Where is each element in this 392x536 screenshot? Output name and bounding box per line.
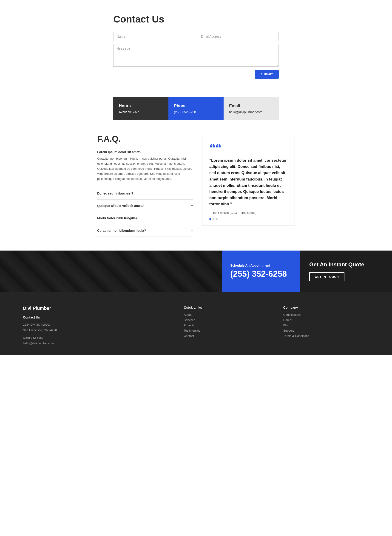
page-title: Contact Us [113, 14, 279, 25]
footer-link-about[interactable]: About [184, 313, 270, 316]
testimonial-text: "Lorem ipsum dolor sit amet, consectetur… [209, 157, 288, 207]
faq-item-3-label: Morbi tortor nibh fringilla? [97, 216, 138, 220]
testimonial-author: – Ran Franklin (CEO – TBC Group) [209, 211, 288, 214]
get-in-touch-button[interactable]: GET IN TOUCH [309, 272, 345, 281]
testimonial-dots [209, 218, 288, 220]
faq-item-2-label: Quisque aliquet velit sit amet? [97, 204, 144, 208]
footer-phone: (255) 352-6258 [23, 335, 170, 340]
cta-image-area [0, 250, 222, 292]
hours-title: Hours [119, 104, 163, 108]
footer-link-blog[interactable]: Blog [283, 323, 369, 327]
footer-brand: Divi Plumber Contact Us 1234 Divi St. #1… [23, 306, 170, 346]
dot-3[interactable] [216, 218, 218, 220]
cta-blue-panel: Schedule An Appointment (255) 352-6258 [222, 250, 300, 292]
cta-quote-title: Get An Instant Quote [309, 261, 383, 268]
phone-value: (255) 352-6258 [174, 110, 218, 114]
footer-link-terms[interactable]: Terms & Conditions [283, 334, 369, 337]
cta-schedule-label: Schedule An Appointment [230, 264, 292, 267]
faq-item-4-toggle: + [191, 228, 193, 233]
phone-card: Phone (255) 352-6258 [168, 97, 224, 120]
faq-title: F.A.Q. [97, 134, 193, 144]
dot-1[interactable] [209, 218, 211, 220]
message-input[interactable] [113, 44, 279, 67]
faq-item-2-toggle: + [191, 203, 193, 208]
footer-brand-name: Divi Plumber [23, 306, 170, 311]
email-input[interactable] [197, 32, 279, 41]
faq-item-4[interactable]: Curabitur non bibendum ligula? + [97, 224, 193, 237]
phone-title: Phone [174, 104, 218, 108]
testimonial-section: ❝❝ "Lorem ipsum dolor sit amet, consecte… [202, 134, 295, 226]
footer-link-projects[interactable]: Projects [184, 323, 270, 327]
footer-contact-title: Contact Us [23, 315, 170, 319]
faq-item-3-toggle: + [191, 216, 193, 221]
faq-first-answer: Curabitur non bibendum ligula. In non pu… [97, 156, 193, 181]
faq-first-question: Lorem ipsum dolor sit amet? [97, 150, 193, 154]
faq-item-2[interactable]: Quisque aliquet velit sit amet? + [97, 199, 193, 212]
cta-phone: (255) 352-6258 [230, 269, 292, 279]
footer-link-services[interactable]: Services [184, 318, 270, 322]
info-cards: Hours Available 24/7 Phone (255) 352-625… [109, 97, 283, 120]
faq-item-1-label: Donec sed finibus nisi? [97, 192, 133, 195]
contact-section: Contact Us SUBMIT Hours Available 24/7 P… [0, 0, 392, 120]
footer-link-contact[interactable]: Contact [184, 334, 270, 337]
email-value: hello@diviplumber.com [229, 110, 273, 114]
footer-link-support[interactable]: Support [283, 329, 369, 332]
footer-company-title: Company [283, 306, 369, 309]
faq-item-4-label: Curabitur non bibendum ligula? [97, 229, 146, 232]
cta-section: Schedule An Appointment (255) 352-6258 G… [0, 250, 392, 292]
submit-button[interactable]: SUBMIT [255, 70, 279, 79]
faq-item-1-toggle: + [191, 191, 193, 196]
dot-2[interactable] [213, 218, 214, 220]
footer-company: Company Certifications Career Blog Suppo… [283, 306, 369, 346]
faq-section: F.A.Q. Lorem ipsum dolor sit amet? Curab… [97, 134, 193, 237]
footer-address: 1234 Divi St. #1000,San Francisco, CA 94… [23, 322, 170, 333]
cta-right-panel: Get An Instant Quote GET IN TOUCH [300, 250, 392, 292]
quote-icon: ❝❝ [209, 143, 288, 154]
footer-quick-links: Quick Links About Services Projects Test… [184, 306, 270, 346]
hours-value: Available 24/7 [119, 110, 163, 114]
email-title: Email [229, 104, 273, 108]
faq-item-1[interactable]: Donec sed finibus nisi? + [97, 187, 193, 199]
footer-link-testimonials[interactable]: Testimonials [184, 329, 270, 332]
footer-email: hello@diviplumber.com [23, 341, 170, 346]
name-input[interactable] [113, 32, 195, 41]
hours-card: Hours Available 24/7 [113, 97, 168, 120]
footer: Divi Plumber Contact Us 1234 Divi St. #1… [0, 292, 392, 355]
email-card: Email hello@diviplumber.com [224, 97, 279, 120]
footer-link-certifications[interactable]: Certifications [283, 313, 369, 316]
footer-link-career[interactable]: Career [283, 318, 369, 322]
faq-item-3[interactable]: Morbi tortor nibh fringilla? + [97, 212, 193, 224]
faq-testimonial-section: F.A.Q. Lorem ipsum dolor sit amet? Curab… [93, 134, 299, 250]
footer-quick-title: Quick Links [184, 306, 270, 309]
